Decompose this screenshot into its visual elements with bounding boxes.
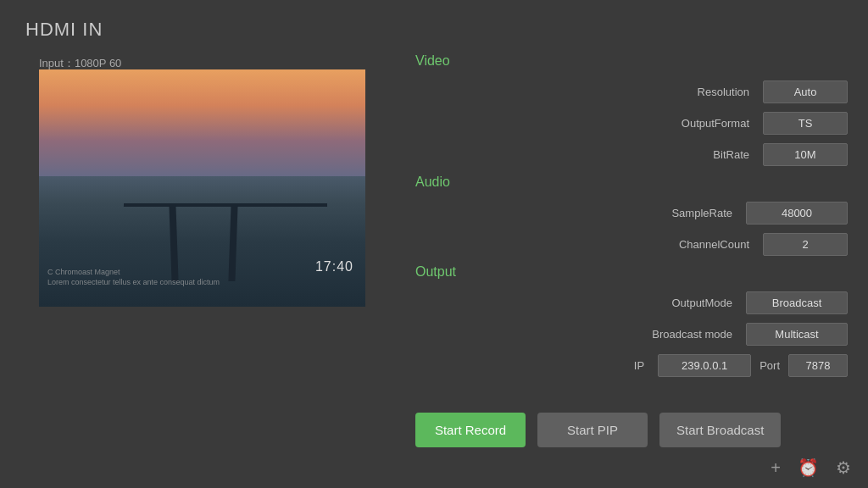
audio-section-title: Audio	[415, 175, 848, 190]
samplerate-input[interactable]	[746, 202, 848, 225]
page-title: HDMI IN	[25, 19, 103, 41]
resolution-input[interactable]	[763, 80, 848, 103]
clock-icon[interactable]: ⏰	[798, 458, 819, 478]
port-input[interactable]	[788, 354, 848, 377]
add-icon[interactable]: +	[771, 458, 781, 478]
bitrate-input[interactable]	[763, 143, 848, 166]
start-pip-button[interactable]: Start PIP	[537, 413, 648, 447]
settings-icon[interactable]: ⚙	[836, 458, 851, 478]
dock-plank	[124, 203, 327, 207]
ip-input[interactable]	[658, 354, 751, 377]
right-panel: Video Resolution OutputFormat BitRate Au…	[415, 47, 848, 385]
broadcastmode-label: Broadcast mode	[631, 328, 732, 341]
preview-watermark: C Chromoast Magnet Lorem consectetur tel…	[47, 267, 220, 288]
broadcastmode-input[interactable]	[746, 323, 848, 346]
start-record-button[interactable]: Start Record	[415, 413, 526, 447]
video-preview: 17:40 C Chromoast Magnet Lorem consectet…	[39, 69, 365, 307]
preview-timestamp: 17:40	[315, 259, 353, 274]
channelcount-input[interactable]	[763, 233, 848, 256]
ip-label: IP	[542, 359, 644, 372]
outputmode-label: OutputMode	[631, 297, 732, 309]
bitrate-label: BitRate	[648, 148, 749, 161]
output-section-title: Output	[415, 264, 848, 280]
samplerate-row: SampleRate	[415, 202, 848, 225]
bottom-buttons: Start Record Start PIP Start Broadcast	[415, 413, 781, 447]
outputformat-label: OutputFormat	[648, 117, 749, 130]
outputformat-input[interactable]	[763, 112, 848, 135]
resolution-row: Resolution	[415, 80, 848, 103]
bottom-toolbar: + ⏰ ⚙	[771, 458, 851, 478]
ip-port-row: IP Port	[415, 354, 848, 377]
outputmode-row: OutputMode	[415, 291, 848, 314]
start-broadcast-button[interactable]: Start Broadcast	[659, 413, 781, 447]
outputformat-row: OutputFormat	[415, 112, 848, 135]
channelcount-label: ChannelCount	[648, 238, 749, 251]
bitrate-row: BitRate	[415, 143, 848, 166]
samplerate-label: SampleRate	[631, 207, 732, 219]
video-section-title: Video	[415, 53, 848, 69]
outputmode-input[interactable]	[746, 291, 848, 314]
port-label: Port	[760, 359, 780, 372]
resolution-label: Resolution	[648, 86, 749, 98]
broadcastmode-row: Broadcast mode	[415, 323, 848, 346]
channelcount-row: ChannelCount	[415, 233, 848, 256]
